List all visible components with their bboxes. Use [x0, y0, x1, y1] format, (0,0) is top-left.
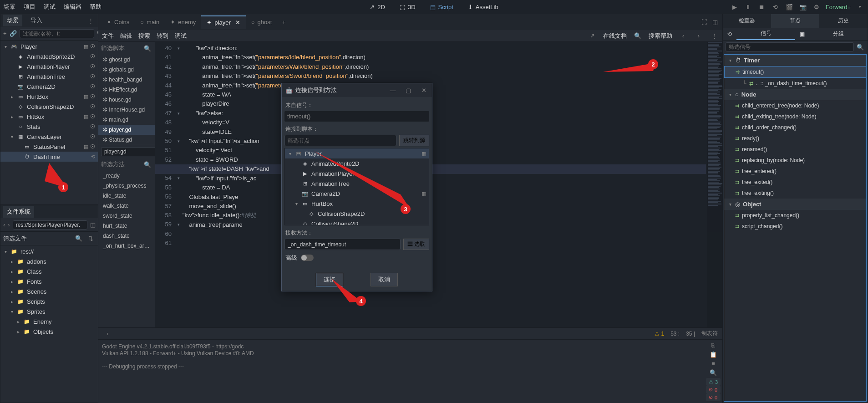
signal-item[interactable]: ⇉ tree_exiting(): [724, 188, 866, 199]
tree-node-Fonts[interactable]: ▸📁Fonts: [0, 276, 98, 286]
tree-node-AnimationTree[interactable]: ⊞AnimationTree⦿: [0, 71, 98, 82]
script-menu-搜索[interactable]: 搜索: [138, 32, 150, 40]
goto-source-button[interactable]: 跳转到源: [399, 135, 429, 146]
menu-调试[interactable]: 调试: [44, 3, 56, 11]
signal-item[interactable]: ⇉ script_changed(): [724, 221, 866, 232]
chevron-icon[interactable]: ▾: [10, 134, 14, 139]
pick-button[interactable]: ☰ 选取: [403, 239, 429, 250]
chevron-icon[interactable]: ▸: [10, 259, 14, 264]
renderer-select[interactable]: Forward+: [826, 4, 851, 10]
search-icon[interactable]: 🔍: [74, 234, 83, 243]
script-menu-文件[interactable]: 文件: [102, 32, 114, 40]
tree-node-Player[interactable]: ▾🎮Player▦: [285, 148, 429, 158]
chevron-icon[interactable]: ▾: [294, 201, 299, 206]
pause-icon[interactable]: ⏸: [744, 2, 753, 11]
tail-icon[interactable]: ⦿: [90, 124, 95, 129]
fullscreen-icon[interactable]: ⛶: [700, 17, 709, 26]
movie-icon[interactable]: 🎬: [785, 2, 794, 11]
tree-node-Camera2D[interactable]: 📷Camera2D⦿: [0, 82, 98, 92]
tree-node-CollisionShape2D[interactable]: ◇CollisionShape2D: [285, 219, 429, 225]
tail-icon[interactable]: ⦿: [90, 114, 95, 120]
script-item[interactable]: ✲ ghost.gd: [98, 55, 155, 65]
menu-帮助[interactable]: 帮助: [90, 3, 102, 11]
back-icon[interactable]: ‹: [3, 220, 5, 230]
script-item[interactable]: ✲ Status.gd: [98, 135, 155, 145]
chevron-icon[interactable]: ▸: [10, 269, 14, 274]
tail-icon[interactable]: ⟲: [91, 154, 95, 160]
maximize-icon[interactable]: ▢: [404, 86, 413, 95]
fwd-icon[interactable]: ›: [8, 220, 10, 230]
method-item[interactable]: _ready: [98, 171, 155, 181]
script-tab-ghost[interactable]: ○ ghost: [246, 15, 278, 29]
camera-icon[interactable]: 📷: [798, 2, 807, 11]
method-item[interactable]: walk_state: [98, 201, 155, 211]
script-item[interactable]: ✲ house.gd: [98, 95, 155, 105]
path-input[interactable]: [13, 220, 87, 230]
search-help-button[interactable]: 搜索帮助: [649, 32, 672, 40]
method-item[interactable]: idle_state: [98, 191, 155, 201]
method-item[interactable]: hurt_state: [98, 221, 155, 231]
search-icon[interactable]: 🔍: [143, 44, 152, 53]
float-icon[interactable]: ◫: [711, 17, 720, 26]
tree-node-Objects[interactable]: ▸📁Objects: [0, 326, 98, 337]
tail-icon[interactable]: ⦿: [90, 64, 95, 69]
chevron-icon[interactable]: ▸: [16, 329, 20, 334]
chevron-icon[interactable]: ▸: [10, 279, 14, 284]
copy-icon[interactable]: 📋: [709, 351, 718, 358]
tab-signals[interactable]: 信号: [736, 28, 795, 40]
tree-node-addons[interactable]: ▸📁addons: [0, 256, 98, 266]
tail-icon[interactable]: ▦: [84, 114, 88, 120]
advanced-toggle[interactable]: [301, 255, 314, 261]
tree-node-Sprites[interactable]: ▾📁Sprites: [0, 306, 98, 316]
chevron-icon[interactable]: ▸: [10, 94, 14, 99]
script-menu-调试[interactable]: 调试: [175, 32, 187, 40]
tab-import[interactable]: 导入: [27, 15, 46, 26]
chevron-icon[interactable]: ▾: [10, 309, 14, 314]
chevron-icon[interactable]: ▾: [3, 249, 8, 254]
tail-icon[interactable]: ▦: [84, 94, 88, 100]
script-item[interactable]: ✲ player.gd: [98, 125, 155, 135]
tail-icon[interactable]: ⦿: [90, 74, 95, 79]
chevron-down-icon[interactable]: ▾: [728, 58, 732, 63]
tree-node-AnimationPlayer[interactable]: ▶AnimationPlayer: [285, 168, 429, 179]
scene-filter-input[interactable]: [20, 29, 94, 38]
close-icon[interactable]: ✕: [419, 86, 428, 95]
tab-groups[interactable]: 分组: [809, 28, 868, 40]
tree-node-Player[interactable]: ▾🎮Player▦⦿: [0, 41, 98, 51]
add-tab-icon[interactable]: +: [279, 17, 288, 26]
tree-node-CanvasLayer[interactable]: ▾▦CanvasLayer⦿: [0, 132, 98, 142]
ext-icon[interactable]: ↗: [588, 31, 597, 41]
chevron-down-icon[interactable]: ▾: [855, 2, 864, 11]
more-icon[interactable]: ⋮: [86, 16, 95, 25]
play-icon[interactable]: ▶: [730, 2, 739, 11]
script-item[interactable]: ✲ globals.gd: [98, 65, 155, 75]
signal-filter-input[interactable]: [726, 42, 854, 51]
output-badge[interactable]: ⚠ 3: [706, 378, 721, 386]
chevron-icon[interactable]: ▾: [3, 44, 8, 49]
prev-icon[interactable]: ‹: [679, 31, 688, 41]
script-item[interactable]: ✲ health_bar.gd: [98, 75, 155, 85]
workspace-tab-Script[interactable]: ▤ Script: [426, 2, 458, 12]
tree-node-AnimationPlayer[interactable]: ▶AnimationPlayer⦿: [0, 61, 98, 71]
render-icon[interactable]: ⚙: [812, 2, 821, 11]
script-item[interactable]: ✲ main.gd: [98, 115, 155, 125]
tail-icon[interactable]: ▦: [84, 44, 88, 50]
split-icon[interactable]: ◫: [90, 220, 96, 230]
chevron-down-icon[interactable]: ▾: [728, 92, 732, 97]
link-icon[interactable]: 🔗: [10, 29, 17, 38]
close-tab-icon[interactable]: ✕: [235, 19, 240, 26]
script-menu-转到[interactable]: 转到: [157, 32, 168, 40]
script-tab-player[interactable]: ✦ player ✕: [201, 15, 245, 29]
tail-icon[interactable]: ⦿: [90, 84, 95, 89]
script-tab-enemy[interactable]: ✦ enemy: [165, 15, 201, 29]
more-icon[interactable]: ⋮: [710, 31, 719, 41]
stop-icon[interactable]: ⏹: [757, 2, 766, 11]
tail-icon[interactable]: ⦿: [90, 104, 95, 109]
tree-node-Class[interactable]: ▸📁Class: [0, 266, 98, 276]
tree-node-Camera2D[interactable]: 📷Camera2D▦: [285, 189, 429, 199]
tail-icon[interactable]: ⦿: [90, 144, 95, 150]
tree-node-HitBox[interactable]: ▸▭HitBox▦⦿: [0, 112, 98, 122]
search-icon[interactable]: 🔍: [143, 160, 152, 169]
minimize-icon[interactable]: —: [388, 86, 397, 95]
tree-node-Scripts[interactable]: ▸📁Scripts: [0, 296, 98, 306]
